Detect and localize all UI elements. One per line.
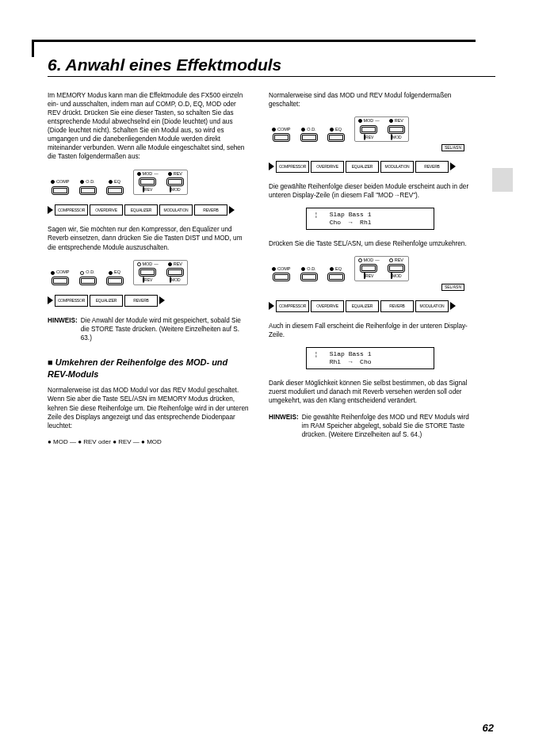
panel-button — [79, 277, 97, 285]
para: Normalerweise sind das MOD und REV Modul… — [269, 91, 471, 109]
button-panel-3: COMP O.D. EQ MOD— REV REV MOD SEL/ASN — [272, 116, 471, 151]
chain-box: COMPRESSOR — [55, 295, 88, 307]
panel-button — [300, 273, 318, 281]
chain-box: COMPRESSOR — [276, 161, 309, 173]
arrow-icon — [450, 302, 456, 310]
signal-chain-2: COMPRESSOR EQUALIZER REVERB — [48, 295, 250, 307]
panel-button — [388, 125, 405, 134]
panel-button — [300, 133, 318, 142]
btn-sublabel: REV — [144, 187, 152, 192]
btn-sublabel: MOD — [392, 135, 402, 139]
scan-artifact — [492, 168, 513, 192]
button-panel-1: COMP O.D. EQ MOD— REV REV MOD — [51, 170, 250, 195]
page-frame — [32, 40, 476, 52]
subheading: Umkehren der Reihenfolge des MOD- und RE… — [48, 357, 250, 380]
note-text: Die Anwahl der Module wird mit gespeiche… — [81, 316, 250, 342]
btn-label: EQ — [335, 266, 342, 272]
chain-box: OVERDRIVE — [311, 300, 344, 312]
btn-label: EQ — [114, 179, 120, 185]
note-label: HINWEIS: — [269, 413, 299, 439]
para: Sagen wir, Sie möchten nur den Kompresso… — [48, 225, 250, 251]
arrow-icon — [450, 162, 456, 170]
panel-button — [166, 268, 184, 277]
panel-button — [166, 178, 184, 186]
btn-sublabel: MOD — [171, 277, 181, 282]
panel-button — [106, 277, 124, 285]
panel-button — [273, 273, 290, 281]
selasn-box: SEL/ASN — [441, 284, 464, 291]
btn-label: O.D. — [86, 179, 94, 185]
lcd-display-2: ¦ Slap Bass 1 Rhl → Cho — [306, 347, 434, 369]
btn-label: COMP — [277, 266, 291, 272]
lcd-display-1: ¦ Slap Bass 1 Cho → Rhl — [306, 208, 434, 230]
btn-label: REV — [174, 262, 182, 267]
chain-box: REVERB — [415, 161, 449, 173]
btn-sublabel: REV — [365, 135, 373, 139]
arrow-icon — [159, 296, 165, 304]
para: Die gewählte Reihenfolge dieser beiden M… — [269, 182, 471, 200]
btn-label: EQ — [335, 127, 342, 132]
panel-button — [388, 264, 405, 273]
btn-label: REV — [395, 258, 403, 263]
chain-box: EQUALIZER — [346, 300, 379, 312]
panel-button — [139, 178, 156, 186]
panel-button — [139, 268, 156, 277]
btn-label: COMP — [56, 269, 70, 275]
signal-chain-4: COMPRESSOR OVERDRIVE EQUALIZER REVERB MO… — [269, 300, 471, 312]
led-sequence: ● MOD — ● REV oder ● REV — ● MOD — [48, 438, 250, 447]
arrow-icon — [229, 206, 235, 214]
para: Im MEMORY Modus kann man die Effektmodul… — [48, 91, 250, 162]
panel-button — [52, 186, 69, 195]
note-label: HINWEIS: — [48, 316, 78, 342]
btn-label: O.D. — [307, 266, 315, 272]
panel-button — [327, 273, 345, 281]
btn-label: EQ — [114, 269, 120, 275]
btn-label: REV — [395, 118, 403, 124]
signal-chain-3: COMPRESSOR OVERDRIVE EQUALIZER MODULATIO… — [269, 161, 471, 173]
panel-button — [327, 133, 345, 142]
note: HINWEIS: Die Anwahl der Module wird mit … — [48, 316, 250, 342]
btn-label: O.D. — [307, 127, 315, 132]
button-panel-2: COMP O.D. EQ MOD— REV REV MOD — [51, 260, 250, 285]
selasn-box: SEL/ASN — [441, 144, 464, 151]
chain-box: OVERDRIVE — [90, 204, 123, 216]
chain-box: EQUALIZER — [124, 204, 158, 216]
btn-label: MOD — [364, 118, 374, 124]
button-panel-4: COMP O.D. EQ MOD— REV REV MOD SEL/ASN — [272, 256, 471, 291]
note: HINWEIS: Die gewählte Reihenfolge des MO… — [269, 413, 471, 439]
chain-box: EQUALIZER — [346, 161, 379, 173]
btn-label: REV — [174, 171, 182, 177]
chain-box: OVERDRIVE — [311, 161, 344, 173]
btn-label: O.D. — [86, 269, 94, 275]
columns: Im MEMORY Modus kann man die Effektmodul… — [48, 91, 495, 455]
arrow-icon — [48, 296, 53, 304]
panel-button — [79, 186, 97, 195]
btn-label: MOD — [143, 262, 153, 267]
para: Drücken Sie die Taste SEL/ASN, um diese … — [269, 239, 471, 248]
left-column: Im MEMORY Modus kann man die Effektmodul… — [48, 91, 250, 455]
chain-box: EQUALIZER — [90, 295, 123, 307]
btn-sublabel: REV — [365, 273, 373, 278]
btn-label: MOD — [143, 171, 153, 177]
chain-box: MODULATION — [415, 300, 449, 312]
arrow-icon — [269, 302, 274, 310]
chain-box: COMPRESSOR — [55, 204, 88, 216]
chain-box: COMPRESSOR — [276, 300, 309, 312]
btn-sublabel: REV — [144, 277, 152, 282]
chain-box: REVERB — [194, 204, 227, 216]
para: Normalerweise ist das MOD Modul vor das … — [48, 386, 250, 430]
para: Dank dieser Möglichkeit können Sie selbs… — [269, 379, 471, 405]
page-number: 62 — [483, 722, 494, 734]
btn-label: COMP — [277, 127, 291, 132]
page-title: 6. Anwahl eines Effektmoduls — [48, 55, 495, 77]
right-column: Normalerweise sind das MOD und REV Modul… — [269, 91, 471, 455]
chain-box: MODULATION — [380, 161, 414, 173]
btn-sublabel: MOD — [171, 187, 181, 192]
note-text: Die gewählte Reihenfolge des MOD und REV… — [302, 413, 471, 439]
panel-button — [273, 133, 290, 142]
btn-sublabel: MOD — [392, 273, 402, 278]
btn-label: MOD — [364, 258, 374, 263]
arrow-icon — [48, 206, 53, 214]
chain-box: MODULATION — [159, 204, 193, 216]
panel-button — [52, 277, 69, 285]
